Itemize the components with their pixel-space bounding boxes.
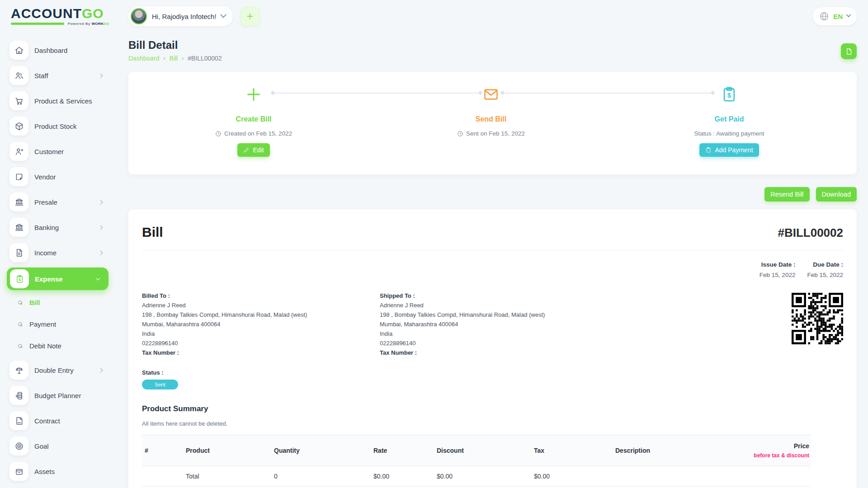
- table-total-row: Total 0 $0.00 $0.00 $0.00: [142, 466, 811, 487]
- plus-icon: [245, 12, 255, 21]
- clipboard-dollar-icon: $: [648, 84, 811, 105]
- avatar: [131, 8, 147, 24]
- chevron-right-icon: [99, 73, 103, 78]
- col-quantity: Quantity: [269, 435, 368, 466]
- breadcrumb: Dashboard › Bill › #BILL00002: [128, 55, 222, 62]
- clipboard-dollar-icon: $: [10, 269, 29, 288]
- sidebar-subitem-debit-note[interactable]: Debit Note: [0, 338, 118, 353]
- items-table: # Product Quantity Rate Discount Tax Des…: [142, 435, 811, 487]
- chevron-right-icon: [99, 368, 103, 372]
- qr-code: [792, 293, 843, 344]
- language-selector[interactable]: EN: [813, 7, 857, 25]
- svg-text:$: $: [19, 277, 21, 282]
- sidebar-item-staff[interactable]: Staff: [0, 65, 118, 86]
- svg-text:$: $: [727, 91, 731, 99]
- sidebar-item-vendor[interactable]: Vendor: [0, 166, 118, 187]
- sidebar-item-contract[interactable]: Contract: [0, 410, 118, 431]
- bullet-icon: [18, 300, 22, 305]
- total-quantity: 0: [269, 466, 368, 487]
- user-plus-icon: [9, 142, 28, 161]
- chevron-right-icon: [99, 200, 103, 204]
- clipboard-icon: [705, 147, 712, 153]
- resend-bill-button[interactable]: Resend Bill: [764, 187, 809, 202]
- chevron-right-icon: [99, 250, 103, 255]
- total-discount: $0.00: [431, 466, 528, 487]
- quick-add-button[interactable]: [241, 7, 260, 26]
- coins-icon: $: [9, 386, 28, 405]
- home-icon: [9, 41, 28, 60]
- envelope-icon: [410, 84, 572, 105]
- sidebar-item-product-services[interactable]: Product & Services: [0, 90, 118, 111]
- sidebar-item-goal[interactable]: Goal: [0, 436, 118, 456]
- col-rate: Rate: [368, 435, 431, 466]
- sidebar-item-banking[interactable]: Banking: [0, 217, 118, 238]
- user-menu[interactable]: Hi, Rajodiya Infotech!: [128, 6, 233, 26]
- pencil-icon: [243, 147, 250, 153]
- plus-icon: [172, 84, 335, 105]
- users-icon: [9, 66, 28, 85]
- bill-dates: Issue Date : Feb 15, 2022 Due Date : Feb…: [142, 261, 843, 278]
- contract-icon: [9, 411, 28, 430]
- document-icon: [9, 243, 28, 262]
- total-rate: $0.00: [368, 466, 431, 487]
- edit-bill-button[interactable]: Edit: [237, 143, 269, 157]
- sidebar-item-budget-planner[interactable]: $ Budget Planner: [0, 385, 118, 406]
- cube-icon: [9, 117, 28, 136]
- archive-icon: [9, 462, 28, 481]
- page-header: Bill Detail Dashboard › Bill › #BILL0000…: [128, 39, 857, 62]
- breadcrumb-bill[interactable]: Bill: [170, 55, 178, 62]
- cart-icon: [9, 91, 28, 110]
- bill-actions: Resend Bill Download: [128, 187, 857, 202]
- total-tax: $0.00: [528, 466, 610, 487]
- sidebar-item-product-stock[interactable]: Product Stock: [0, 116, 118, 136]
- divider: [142, 250, 843, 250]
- bullet-icon: [18, 344, 22, 348]
- clock-icon: [457, 131, 463, 137]
- chevron-down-icon: [96, 276, 100, 281]
- sidebar-item-expense[interactable]: $ Expense: [7, 267, 108, 290]
- globe-icon: [819, 11, 829, 21]
- scales-icon: [9, 361, 28, 380]
- breadcrumb-dashboard[interactable]: Dashboard: [128, 55, 160, 62]
- sidebar-item-presale[interactable]: Presale: [0, 192, 118, 212]
- file-icon: [845, 47, 853, 56]
- note-icon: [9, 167, 28, 186]
- bank-icon: [9, 192, 28, 211]
- chevron-down-icon: [846, 12, 851, 17]
- sidebar: Dashboard Staff Product & Services Produ…: [0, 33, 118, 488]
- col-description: Description: [610, 435, 725, 466]
- clock-icon: [215, 131, 222, 137]
- sidebar-item-assets[interactable]: Assets: [0, 461, 118, 482]
- bill-detail-card: Bill #BILL00002 Issue Date : Feb 15, 202…: [128, 209, 857, 488]
- sidebar-item-customer[interactable]: Customer: [0, 141, 118, 162]
- table-header-row: # Product Quantity Rate Discount Tax Des…: [142, 435, 811, 466]
- shipped-to-block: Shipped To : Adrienne J Reed 198 , Bomba…: [380, 291, 618, 357]
- sidebar-item-income[interactable]: Income: [0, 242, 118, 263]
- due-date-label: Due Date :: [807, 261, 843, 268]
- sidebar-item-dashboard[interactable]: Dashboard: [0, 40, 118, 61]
- page-title: Bill Detail: [128, 39, 222, 52]
- preview-document-button[interactable]: [841, 43, 857, 59]
- main-content: Bill Detail Dashboard › Bill › #BILL0000…: [118, 33, 868, 488]
- brand-name-primary: ACCOUNT: [11, 6, 82, 21]
- add-payment-button[interactable]: Add Payment: [699, 143, 759, 157]
- bill-progress-card: Create Bill Created on Feb 15, 2022 Edit…: [128, 72, 857, 174]
- bill-title: Bill: [142, 225, 163, 240]
- col-price: Price before tax & discount: [725, 435, 811, 466]
- sidebar-subitem-bill[interactable]: Bill: [0, 295, 118, 310]
- bill-status: Status : Sent: [142, 369, 843, 389]
- col-product: Product: [180, 435, 269, 466]
- issue-date-value: Feb 15, 2022: [760, 272, 796, 278]
- chevron-right-icon: [99, 225, 103, 230]
- due-date-value: Feb 15, 2022: [807, 272, 843, 278]
- brand-logo[interactable]: ACCOUNTGO Powered By WORKDO: [11, 7, 118, 26]
- sidebar-subitem-payment[interactable]: Payment: [0, 316, 118, 332]
- download-button[interactable]: Download: [816, 187, 857, 202]
- total-label: Total: [180, 466, 269, 487]
- addresses: Billed To : Adrienne J Reed 198 , Bombay…: [142, 291, 843, 357]
- breadcrumb-separator: ›: [164, 55, 165, 61]
- sidebar-item-double-entry[interactable]: Double Entry: [0, 360, 118, 380]
- brand-underline: [11, 23, 64, 25]
- product-summary-note: All items here cannot be deleted.: [142, 420, 843, 427]
- step-create-bill: Create Bill Created on Feb 15, 2022 Edit: [172, 84, 335, 157]
